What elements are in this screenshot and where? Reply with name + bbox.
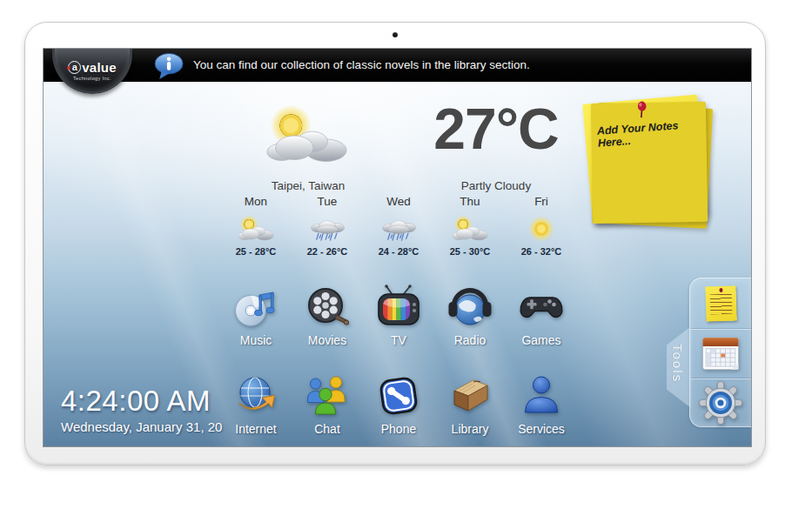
forecast-day-label: Fri <box>534 195 548 211</box>
weather-location: Taipei, Taiwan <box>237 179 379 192</box>
film-reel-icon <box>304 284 351 331</box>
ticker-bar: You can find our collection of classic n… <box>44 49 751 82</box>
forecast-day-mon: Mon 25 - 28°C <box>220 195 292 257</box>
camera-dot <box>393 32 398 37</box>
forecast-row: Mon 25 - 28°C Tue 22 - 26°C Wed 24 - 28°… <box>220 195 577 257</box>
app-tv[interactable]: TV <box>363 284 434 350</box>
app-label: Library <box>452 422 489 436</box>
app-label: Games <box>521 333 560 347</box>
tools-tab-label: Tools <box>670 344 685 383</box>
app-radio[interactable]: Radio <box>434 284 506 350</box>
sunny-icon <box>520 213 562 244</box>
radio-globe-icon <box>446 284 493 331</box>
tool-settings[interactable] <box>690 378 751 427</box>
app-label: Internet <box>235 422 276 436</box>
app-library[interactable]: Library <box>434 372 506 439</box>
internet-globe-icon <box>232 372 279 419</box>
weather-condition: Partly Cloudy <box>416 179 576 192</box>
forecast-temp-range: 25 - 28°C <box>236 246 277 257</box>
book-icon <box>446 372 493 419</box>
clock-time: 4:24:00 AM <box>61 385 222 418</box>
tool-calendar[interactable] <box>690 328 751 378</box>
app-music[interactable]: Music <box>220 284 292 350</box>
forecast-day-label: Wed <box>386 195 411 211</box>
brand-rest: value <box>82 60 116 75</box>
sticky-note[interactable]: Add Your Notes Here... <box>582 95 708 224</box>
forecast-day-fri: Fri 26 - 32°C <box>506 195 577 257</box>
forecast-temp-range: 22 - 26°C <box>307 246 348 257</box>
clock-widget: 4:24:00 AM Wednesday, January 31, 20 <box>61 385 222 434</box>
brand-name: avalue <box>68 60 116 75</box>
info-bubble-icon <box>153 52 186 80</box>
gear-icon <box>698 380 743 425</box>
tools-panel: Tools <box>689 278 751 427</box>
sticky-note-icon <box>705 285 736 321</box>
forecast-temp-range: 26 - 32°C <box>521 246 562 257</box>
forecast-day-label: Tue <box>318 195 338 211</box>
partly-cloudy-icon <box>449 213 491 244</box>
forecast-day-label: Thu <box>460 195 480 211</box>
current-temperature: 27°C <box>409 92 583 165</box>
app-games[interactable]: Games <box>506 284 577 350</box>
partly-cloudy-icon <box>235 213 277 244</box>
music-cd-icon <box>232 284 279 331</box>
clock-date: Wednesday, January 31, 20 <box>61 419 222 434</box>
forecast-temp-range: 25 - 30°C <box>450 246 491 257</box>
forecast-day-thu: Thu 25 - 30°C <box>434 195 506 257</box>
page: You can find our collection of classic n… <box>0 0 812 509</box>
app-movies[interactable]: Movies <box>292 284 363 350</box>
tool-notes[interactable] <box>690 278 751 328</box>
app-services[interactable]: Services <box>506 372 577 439</box>
rain-icon <box>306 213 348 244</box>
app-label: TV <box>391 333 406 347</box>
app-label: Radio <box>454 333 487 347</box>
app-label: Movies <box>308 333 346 347</box>
tablet-frame: You can find our collection of classic n… <box>24 22 766 465</box>
tv-icon <box>375 284 422 331</box>
app-internet[interactable]: Internet <box>220 372 292 439</box>
calendar-icon <box>699 332 742 374</box>
app-label: Services <box>518 422 565 436</box>
app-phone[interactable]: Phone <box>363 372 434 439</box>
partly-cloudy-icon <box>259 101 353 171</box>
phone-icon <box>375 372 422 419</box>
app-label: Music <box>240 333 272 347</box>
forecast-day-wed: Wed 24 - 28°C <box>363 195 434 257</box>
forecast-day-label: Mon <box>245 195 267 211</box>
brand-subtitle: Technology Inc. <box>73 76 111 81</box>
app-label: Chat <box>314 422 340 436</box>
rain-icon <box>378 213 419 244</box>
app-label: Phone <box>381 422 416 436</box>
gamepad-icon <box>518 284 565 331</box>
forecast-day-tue: Tue 22 - 26°C <box>292 195 363 257</box>
app-chat[interactable]: Chat <box>292 372 363 439</box>
brand-a-mark: a <box>68 61 81 74</box>
screen: You can find our collection of classic n… <box>43 48 752 447</box>
forecast-temp-range: 24 - 28°C <box>379 246 419 257</box>
chat-people-icon <box>304 372 351 419</box>
ticker-message: You can find our collection of classic n… <box>193 49 530 82</box>
app-grid: Music Movies TV Radio Games <box>220 284 577 439</box>
sticky-note-text: Add Your Notes Here... <box>583 96 701 151</box>
person-icon <box>518 372 565 419</box>
